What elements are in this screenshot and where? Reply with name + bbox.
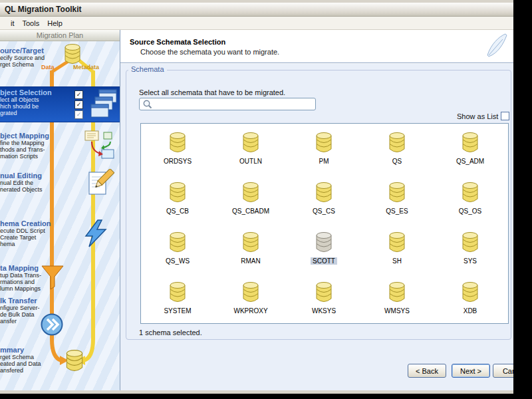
lightning-icon [84, 219, 109, 250]
show-as-list-checkbox[interactable] [501, 112, 509, 120]
schema-label: WMSYS [382, 307, 412, 315]
selection-status: 1 schema selected. [139, 329, 202, 336]
database-icon [168, 181, 188, 206]
database-icon [168, 131, 188, 156]
schema-label: QS_OS [457, 207, 483, 215]
transfer-circle-icon [40, 313, 64, 339]
step-title: nual Editing [0, 172, 80, 180]
database-icon [460, 181, 480, 206]
database-icon [168, 231, 188, 256]
schema-item[interactable]: ORDSYS [141, 125, 214, 175]
database-icon [460, 281, 480, 306]
menubar: it Tools Help [0, 17, 513, 30]
step-desc-line: nfigure Server- [0, 305, 80, 311]
schema-label: XDB [462, 307, 479, 315]
schema-item[interactable]: QS_CBADM [214, 175, 287, 225]
schema-item[interactable]: SH [360, 225, 434, 275]
titlebar[interactable]: QL Migration Toolkit [0, 3, 513, 17]
quill-icon [484, 33, 508, 62]
database-icon [241, 181, 261, 206]
schema-label: SCOTT [311, 257, 337, 265]
schema-label: PM [317, 158, 331, 165]
schema-item[interactable]: QS_CB [141, 175, 214, 225]
schema-item[interactable]: QS_ES [360, 175, 434, 225]
schema-item[interactable]: SYS [434, 225, 507, 275]
schema-label: WKPROXY [231, 307, 269, 315]
database-icon [241, 231, 261, 256]
database-icon [314, 131, 334, 156]
database-icon [314, 231, 334, 256]
schema-label: QS_WS [164, 257, 192, 265]
menu-help[interactable]: Help [43, 19, 66, 28]
database-icon [387, 181, 407, 206]
database-icon [64, 348, 85, 375]
step-desc-line: thods and Trans- [0, 146, 80, 153]
step-desc-line: Create Target [0, 234, 80, 241]
schema-item[interactable]: QS_CS [287, 175, 360, 225]
page-subtitle: Choose the schemata you want to migrate. [140, 48, 279, 56]
database-icon [314, 181, 334, 206]
step-desc-line: ecute DDL Script [0, 227, 80, 234]
step-object-selection: bject Selection lect all Objects hich sh… [0, 86, 120, 122]
schema-item[interactable]: SCOTT [287, 225, 360, 275]
schema-label: SH [390, 257, 404, 265]
step-manual-editing: nual Editing nual Edit the nerated Objec… [0, 172, 80, 193]
migrate-checkbox[interactable]: ✓ [74, 110, 83, 119]
step-desc-line: hema [0, 241, 80, 247]
schema-item[interactable]: WKSYS [287, 275, 360, 324]
migrate-checkbox[interactable]: ✓ [74, 90, 83, 99]
schema-item[interactable]: RMAN [214, 225, 287, 275]
sidebar-migration-plan: Migration Plan ource/Target ecify Source… [0, 30, 120, 390]
schema-item[interactable]: XDB [434, 275, 507, 324]
metadata-flow-label: Metadata [73, 64, 99, 70]
cancel-button[interactable]: Cancel [493, 364, 513, 378]
app-window: QL Migration Toolkit it Tools Help Migra… [0, 0, 513, 394]
groupbox-label: Schemata [128, 65, 167, 73]
schema-item[interactable]: QS [360, 125, 434, 175]
step-title: hema Creation [0, 219, 80, 227]
schema-item[interactable]: SYSTEM [141, 275, 214, 324]
schema-item[interactable]: PM [287, 125, 360, 175]
schema-item[interactable]: QS_OS [434, 175, 507, 225]
data-flow-label: Data [41, 64, 55, 70]
schema-item[interactable]: OUTLN [214, 125, 287, 175]
search-input[interactable] [154, 99, 315, 110]
step-data-mapping: ta Mapping tup Data Trans- rmations and … [0, 264, 80, 292]
main-panel: Source Schemata Selection Choose the sch… [120, 30, 513, 390]
object-stack-icon [90, 89, 117, 122]
schema-label: QS_CBADM [230, 207, 271, 215]
schema-item[interactable]: QS_WS [141, 225, 214, 275]
database-icon [460, 231, 480, 256]
schema-label: ORDSYS [162, 158, 194, 165]
page-title: Source Schemata Selection [130, 38, 225, 46]
schema-label: QS_ES [384, 207, 410, 215]
schema-label: QS_CS [311, 207, 337, 215]
step-desc-line: rmations and [0, 279, 80, 285]
window-title: QL Migration Toolkit [5, 5, 82, 14]
database-icon [168, 281, 188, 306]
migration-plan-flow: ource/Target ecify Source and rget Schem… [0, 41, 120, 390]
window-frame-bottom [0, 390, 513, 394]
step-schema-creation: hema Creation ecute DDL Script Create Ta… [0, 219, 80, 247]
migrate-checkbox[interactable]: ✓ [74, 100, 83, 109]
wizard-page-header: Source Schemata Selection Choose the sch… [120, 30, 513, 63]
schema-grid: ORDSYSOUTLNPMQSQS_ADMQS_CBQS_CBADMQS_CSQ… [141, 124, 508, 324]
step-object-mapping: bject Mapping fine the Mapping thods and… [0, 132, 80, 160]
menu-edit[interactable]: it [7, 19, 19, 28]
schema-label: WKSYS [310, 307, 338, 315]
step-desc-line: nual Edit the [0, 180, 80, 186]
step-desc-line: tup Data Trans- [0, 272, 80, 279]
database-icon [387, 131, 407, 156]
schema-item[interactable]: QS_ADM [434, 125, 507, 175]
back-button[interactable]: < Back [408, 364, 446, 378]
menu-tools[interactable]: Tools [19, 19, 44, 28]
mapping-scripts-icon [84, 130, 116, 164]
schema-label: QS_CB [164, 207, 191, 215]
next-button[interactable]: Next > [452, 364, 490, 378]
schema-label: SYSTEM [162, 307, 193, 315]
schema-item[interactable]: WMSYS [360, 275, 434, 324]
step-desc-line: nerated Objects [0, 186, 80, 193]
schema-label: RMAN [239, 257, 262, 265]
step-desc-line: mation Scripts [0, 153, 80, 160]
schema-item[interactable]: WKPROXY [214, 275, 287, 324]
